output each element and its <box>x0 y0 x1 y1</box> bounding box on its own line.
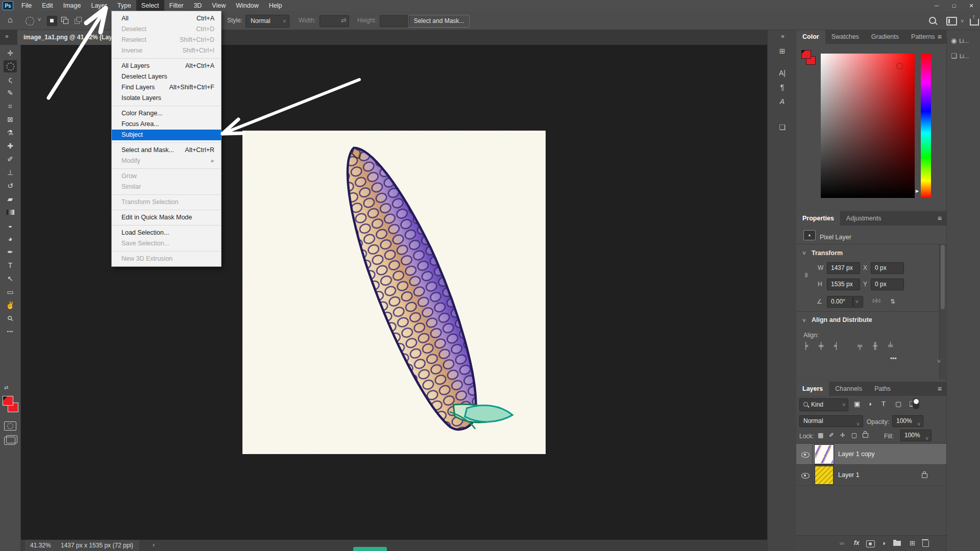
transform-y-input[interactable]: 0 px <box>871 279 904 290</box>
healing-brush-tool[interactable]: ✚ <box>4 140 17 152</box>
menu-item-focus-area[interactable]: Focus Area... <box>112 119 221 130</box>
tab-swatches[interactable]: Swatches <box>825 30 865 44</box>
pen-tool[interactable]: ✒ <box>4 246 17 258</box>
document-canvas[interactable] <box>242 131 546 454</box>
photoshop-logo-icon[interactable]: Ps <box>3 1 13 10</box>
tab-paths[interactable]: Paths <box>868 382 897 396</box>
align-section-title[interactable]: Align and Distribute <box>812 316 872 323</box>
menubar-item-help[interactable]: Help <box>264 0 287 11</box>
filter-adjustment-icon[interactable]: ◑ <box>868 400 872 408</box>
libraries-panel-item[interactable]: ❏Li... <box>951 52 969 60</box>
lock-paint-icon[interactable]: ✐ <box>829 432 834 439</box>
menu-item-select-and-mask[interactable]: Select and Mask...Alt+Ctrl+R <box>112 145 221 156</box>
menu-item-save-selection[interactable]: Save Selection... <box>112 238 221 249</box>
menu-item-all[interactable]: AllCtrl+A <box>112 13 221 24</box>
screen-mode-button[interactable] <box>4 437 15 445</box>
transform-x-input[interactable]: 0 px <box>871 262 904 274</box>
filter-image-icon[interactable]: ▣ <box>854 400 860 408</box>
tab-layers[interactable]: Layers <box>796 382 829 396</box>
transform-section-title[interactable]: Transform <box>812 249 843 257</box>
visibility-eye-icon[interactable] <box>801 452 810 458</box>
quick-mask-mode-button[interactable] <box>4 421 16 431</box>
rotation-angle-input[interactable]: 0.00° <box>827 296 853 308</box>
lock-move-icon[interactable]: ✛ <box>840 432 845 439</box>
section-chevron-icon[interactable]: ˅ <box>802 250 806 257</box>
tab-channels[interactable]: Channels <box>829 382 868 396</box>
layer-row[interactable]: Layer 1 copy <box>796 444 946 465</box>
move-tool[interactable]: ✛ <box>4 47 17 59</box>
menu-item-subject[interactable]: Subject <box>112 130 221 140</box>
zoom-tool[interactable]: ⚲ <box>4 312 17 324</box>
lock-artboard-icon[interactable]: ▢ <box>851 432 857 439</box>
link-layers-icon[interactable]: ∞ <box>840 539 844 547</box>
panel-menu-icon[interactable]: ≡ <box>938 214 942 222</box>
menubar-item-select[interactable]: Select <box>136 0 164 11</box>
layer-style-icon[interactable]: fx <box>854 539 860 546</box>
align-right-icon[interactable]: ╡ <box>834 342 839 349</box>
layer-filter-dropdown[interactable]: Kind ˅ <box>799 398 848 411</box>
panel-menu-icon[interactable]: ≡ <box>938 33 942 41</box>
align-bottom-icon[interactable]: ╧ <box>888 342 893 349</box>
lock-all-icon[interactable] <box>863 433 868 438</box>
menubar-item-edit[interactable]: Edit <box>37 0 58 11</box>
align-top-icon[interactable]: ╤ <box>857 342 862 349</box>
workspace-layout-icon[interactable] <box>946 17 957 26</box>
menu-item-reselect[interactable]: ReselectShift+Ctrl+D <box>112 35 221 45</box>
link-dimensions-icon[interactable]: ∞ <box>803 273 811 278</box>
hue-slider[interactable] <box>921 54 931 198</box>
panel-menu-icon[interactable]: ≡ <box>938 385 942 393</box>
type-tool[interactable]: T <box>4 259 17 271</box>
delete-layer-icon[interactable] <box>922 541 929 547</box>
brush-settings-panel-icon[interactable]: ⊞ <box>768 47 797 55</box>
tool-preset-chevron-icon[interactable]: ˅ <box>38 16 41 22</box>
hand-tool[interactable]: ✌ <box>4 299 17 311</box>
eyedropper-tool[interactable]: ⚗ <box>4 127 17 139</box>
color-field-marker[interactable] <box>896 63 903 69</box>
path-selection-tool[interactable]: ↖ <box>4 272 17 285</box>
layer-thumbnail[interactable] <box>815 445 834 464</box>
zoom-level-input[interactable]: 41.32% <box>25 540 56 551</box>
minimize-button[interactable]: ─ <box>928 3 945 9</box>
menu-item-color-range[interactable]: Color Range... <box>112 108 221 119</box>
menu-item-load-selection[interactable]: Load Selection... <box>112 228 221 238</box>
style-dropdown[interactable]: Normal ˅ <box>246 15 289 28</box>
menubar-item-window[interactable]: Window <box>231 0 263 11</box>
blend-mode-dropdown[interactable]: Normal ˅ <box>799 415 863 427</box>
add-selection-mode-button[interactable] <box>60 16 69 25</box>
status-chevron-icon[interactable]: › <box>153 541 155 548</box>
menu-item-deselect[interactable]: DeselectCtrl+D <box>112 24 221 35</box>
history-brush-tool[interactable]: ↺ <box>4 180 17 192</box>
crop-tool[interactable]: ⌗ <box>4 100 17 112</box>
search-icon[interactable] <box>929 17 936 24</box>
foreground-color-swatch[interactable] <box>3 396 13 406</box>
menu-item-isolate-layers[interactable]: Isolate Layers <box>112 93 221 104</box>
tab-color[interactable]: Color <box>796 30 825 44</box>
new-adjustment-layer-icon[interactable]: ◑ <box>881 539 886 547</box>
angle-dropdown-chevron-icon[interactable]: ˅ <box>853 296 863 308</box>
visibility-eye-icon[interactable] <box>801 473 810 479</box>
menubar-item-layer[interactable]: Layer <box>86 0 112 11</box>
expand-panels-chevron-icon[interactable]: » <box>781 33 785 40</box>
menu-item-edit-in-quick-mask-mode[interactable]: Edit in Quick Mask Mode <box>112 212 221 223</box>
chevron-down-icon[interactable]: ˅ <box>961 18 964 24</box>
clone-stamp-tool[interactable]: ⊥ <box>4 166 17 179</box>
new-selection-mode-button[interactable] <box>47 16 57 26</box>
glyphs-panel-icon[interactable]: A <box>768 97 797 106</box>
menu-item-grow[interactable]: Grow <box>112 171 221 182</box>
transform-height-input[interactable]: 1535 px <box>827 279 860 290</box>
menu-item-inverse[interactable]: InverseShift+Ctrl+I <box>112 45 221 56</box>
swap-colors-icon[interactable]: ⇄ <box>4 385 8 390</box>
opacity-input[interactable]: 100% ˅ <box>892 415 923 427</box>
home-icon[interactable]: ⌂ <box>8 15 13 24</box>
character-panel-icon[interactable]: A| <box>768 69 797 77</box>
more-options-button[interactable]: ••• <box>890 355 897 362</box>
dodge-tool[interactable]: ◕ <box>4 233 17 245</box>
learn-panel-item[interactable]: ◉Li... <box>951 37 969 44</box>
frame-tool[interactable]: ⊠ <box>4 113 17 126</box>
tab-overflow-chevron-icon[interactable]: » <box>5 33 9 40</box>
new-group-icon[interactable] <box>893 541 901 546</box>
align-left-icon[interactable]: ╞ <box>803 342 808 349</box>
align-center-v-icon[interactable]: ╫ <box>873 342 877 349</box>
menubar-item-3d[interactable]: 3D <box>188 0 207 11</box>
add-layer-mask-icon[interactable] <box>866 540 875 547</box>
